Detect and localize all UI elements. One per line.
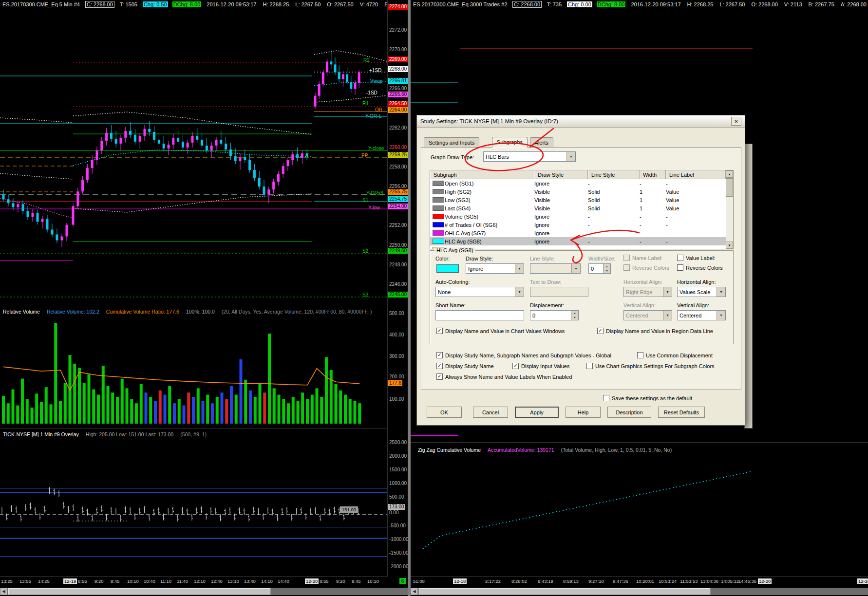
table-header-line-label[interactable]: Line Label [666,170,726,179]
background-window-edge [744,144,753,428]
color-swatch[interactable] [436,264,459,273]
dialog-titlebar[interactable]: Study Settings: TICK-NYSE [M] 1 Min #9 O… [417,115,745,128]
width-size-spinner[interactable]: 0 ▲▼ [588,263,611,274]
auto-coloring-label: Auto-Coloring: [435,279,470,285]
spin-down-icon[interactable]: ▼ [603,269,610,274]
subgraph-row-sg1[interactable]: Open (SG1)Ignore--- [430,179,726,187]
help-button[interactable]: Help [566,407,601,418]
subgraph-row-sg5[interactable]: Volume (SG5)Ignore--- [430,212,726,221]
checkbox-always-show[interactable]: ✓Always Show Name and Value Labels When … [436,373,572,380]
price-scale-label: 500.00 [388,311,405,317]
checkbox-label: Display Name and Value in Region Data Li… [606,328,713,334]
price-scale-label: 2254.75 [388,196,408,202]
apply-button[interactable]: Apply [515,407,559,418]
title-segment: 2016-12-20 09:53:17 [630,1,681,7]
scroll-left-icon[interactable]: ◀ [0,588,7,595]
subgraph-row-sg4[interactable]: Last (SG4)VisibleSolid1Value [430,204,726,212]
title-segment: C: 2268.00 [85,1,114,8]
graph-draw-type-combo[interactable]: HLC Bars ▼ [483,151,576,162]
time-axis-label: 12-20 [305,578,319,584]
vertical-align-combo-right[interactable]: Centered ▼ [677,310,726,320]
tab-alerts[interactable]: Alerts [530,137,553,147]
checkbox-chart-graphics[interactable]: Use Chart Graphics Settings For Subgraph… [586,363,715,369]
left-chart-titlebar: ES.20170300.CME_Eq 5 Min #4C: 2268.00T: … [0,0,389,9]
chevron-down-icon[interactable]: ▼ [515,264,524,273]
spin-down-icon[interactable]: ▼ [571,316,578,320]
right-time-axis[interactable]: 51:0812-182:17:228:28:028:43:198:59:139:… [411,577,868,587]
close-icon[interactable]: ✕ [731,117,741,126]
checkbox-value-label[interactable]: Value Label: [677,255,715,261]
short-name-input[interactable] [435,310,524,320]
table-cell: Last (SG4) [445,205,534,211]
vertical-align-combo-left: Centered ▼ [623,310,672,320]
checkbox-save-default[interactable]: Save these settings as the default [603,395,692,401]
tab-settings-and-inputs[interactable]: Settings and Inputs [424,137,479,147]
scroll-up-icon[interactable]: ▲ [726,170,733,178]
subgraph-color-swatch [433,222,444,227]
chevron-down-icon[interactable]: ▼ [515,287,524,297]
title-segment: L: 2267.50 [294,1,321,7]
description-button[interactable]: Description [607,407,651,418]
checkbox-display-input-values[interactable]: ✓Display Input Values [512,363,569,369]
table-cell: Ignore [534,230,588,236]
left-time-axis[interactable]: 13:2513:5514:2512-198:559:209:4510:1010:… [0,577,408,587]
spin-up-icon[interactable]: ▲ [603,264,610,269]
checkbox-reverse-colors-2[interactable]: Reverse Colors [677,264,723,271]
chevron-down-icon[interactable]: ▼ [566,152,575,161]
table-cell: Visible [534,205,588,211]
checkbox-common-displacement[interactable]: Use Common Displacement [637,352,713,358]
checkbox-display-study-name[interactable]: ✓Display Study Name [436,363,494,369]
table-cell: - [588,239,640,244]
checkbox-label: Save these settings as the default [612,395,692,401]
subgraph-color-swatch [433,214,444,219]
price-scale-label: 2264.50 [388,101,408,107]
subgraph-color-swatch [433,239,444,244]
title-segment: Chg: 0.50 [143,1,168,7]
scroll-left-icon[interactable]: ◀ [411,588,418,595]
title-segment: H: 2268.25 [262,1,290,7]
table-header-subgraph[interactable]: Subgraph [430,170,534,179]
combo-value: Centered [626,313,648,318]
subgraph-row-sg7[interactable]: OHLC Avg (SG7)Ignore--- [430,229,726,237]
checkbox-box: ✓ [436,363,443,369]
price-scale-label: 2248.00 [388,262,408,268]
left-scrollbar-thumb[interactable] [8,588,271,595]
checkbox-chart-values[interactable]: ✓Display Name and Value in Chart Values … [436,328,565,334]
panel-splitter[interactable] [408,0,411,596]
text-to-draw-label: Text to Draw: [530,279,561,285]
table-scrollbar[interactable]: ▲▼ [726,170,733,249]
left-horizontal-scrollbar[interactable]: ◀ [0,588,408,595]
cancel-button[interactable]: Cancel [473,407,508,418]
draw-style-combo[interactable]: Ignore ▼ [466,263,524,274]
right-scrollbar-thumb[interactable] [418,588,711,595]
short-name-label: Short Name: [435,302,466,308]
chevron-down-icon[interactable]: ▼ [717,311,725,320]
left-price-scale[interactable]: 2274.002272.002270.002269.002268.002266.… [387,0,408,587]
table-header-draw-style[interactable]: Draw Style [534,170,588,179]
title-segment: ES.20170300.CME_Eq 5 Min #4 [1,1,81,7]
checkbox-box [677,264,683,271]
table-header-line-style[interactable]: Line Style [588,170,640,179]
table-header-width[interactable]: Width [640,170,666,179]
scroll-down-icon[interactable]: ▼ [726,242,733,249]
subgraph-row-sg3[interactable]: Low (SG3)VisibleSolid1Value [430,196,726,204]
table-scrollbar-thumb[interactable] [726,178,733,197]
tab-subgraphs[interactable]: Subgraphs [492,137,528,148]
checkbox-reverse-colors-1: Reverse Colors [623,264,669,271]
reset-defaults-button[interactable]: Reset Defaults [658,407,705,418]
subgraph-row-sg2[interactable]: High (SG2)VisibleSolid1Value [430,187,726,196]
ok-button[interactable]: OK [427,407,462,418]
study-header-segment: Zig Zag Cumulative Volume [418,447,481,453]
subgraph-row-sg6[interactable]: # of Trades / OI (SG6)Ignore--- [430,221,726,229]
checkbox-region-line[interactable]: ✓Display Name and Value in Region Data L… [597,328,713,334]
chevron-down-icon[interactable]: ▼ [717,287,725,297]
horizontal-align-combo-right[interactable]: Values Scale ▼ [677,287,726,297]
spin-up-icon[interactable]: ▲ [571,311,578,316]
title-segment: O: 2268.00 [750,1,778,7]
auto-coloring-combo[interactable]: None ▼ [435,287,524,297]
checkbox-global-names[interactable]: ✓Display Study Name, Subgraph Names and … [436,352,611,358]
zigzag-study-header: Zig Zag Cumulative VolumeAccumulatedVolu… [418,447,672,453]
right-horizontal-scrollbar[interactable]: ◀ [411,588,868,595]
displacement-spinner[interactable]: 0 ▲▼ [530,310,579,320]
subgraph-row-sg8[interactable]: HLC Avg (SG8)Ignore--- [430,237,726,245]
